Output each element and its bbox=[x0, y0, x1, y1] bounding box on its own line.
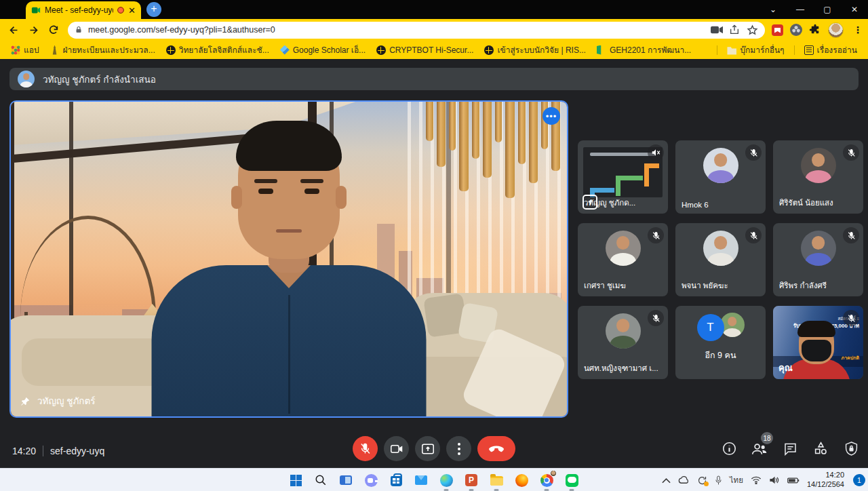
bookmark-item[interactable]: เข้าสู่ระบบนักวิจัย | RIS... bbox=[480, 42, 590, 58]
kebab-menu-icon[interactable]: ⋮ bbox=[853, 24, 863, 35]
chat-button[interactable] bbox=[781, 436, 799, 461]
sync-update-icon[interactable] bbox=[697, 475, 707, 486]
reload-button[interactable] bbox=[44, 21, 64, 39]
divider bbox=[43, 446, 43, 456]
reading-list-label: เรื่องรออ่าน bbox=[817, 43, 857, 56]
clock-time: 14:20 bbox=[807, 471, 844, 480]
share-icon[interactable] bbox=[728, 24, 741, 36]
back-button[interactable] bbox=[4, 21, 24, 39]
meeting-side-buttons: 18 bbox=[720, 436, 860, 461]
main-video-tile[interactable]: ••• วทัญญู ชูภักตร์ bbox=[9, 100, 568, 418]
folder-icon bbox=[727, 45, 736, 55]
bookmark-label: GEH2201 การพัฒนา... bbox=[610, 43, 691, 56]
volume-icon[interactable] bbox=[769, 475, 780, 485]
participant-tile[interactable]: ศิริพร กำลังศรี bbox=[773, 223, 863, 296]
taskbar-clock[interactable]: 14:20 14/12/2564 bbox=[807, 471, 844, 490]
more-options-button[interactable] bbox=[446, 436, 471, 461]
other-bookmarks-label: บุ๊กมาร์กอื่นๆ bbox=[740, 43, 784, 56]
camera-button[interactable] bbox=[384, 436, 409, 461]
browser-toolbar: meet.google.com/sef-edyy-uyq?pli=1&authu… bbox=[0, 19, 868, 41]
store-button[interactable] bbox=[388, 472, 404, 488]
line-button[interactable] bbox=[564, 472, 580, 488]
url-text: meet.google.com/sef-edyy-uyq?pli=1&authu… bbox=[88, 25, 705, 35]
profile-avatar[interactable] bbox=[828, 22, 844, 38]
firefox-button[interactable] bbox=[513, 472, 530, 488]
edge-button[interactable] bbox=[438, 472, 454, 488]
participant-tile[interactable]: นศท.หญิงจุฑามาศ เ... bbox=[578, 306, 668, 379]
overflow-count-label: อีก 9 คน bbox=[675, 349, 766, 362]
powerpoint-button[interactable]: P bbox=[463, 472, 479, 488]
chrome-button[interactable] bbox=[538, 472, 555, 488]
microphone-icon[interactable] bbox=[715, 475, 722, 486]
minimize-button[interactable]: — bbox=[787, 0, 814, 19]
onedrive-cloud-icon[interactable] bbox=[678, 476, 690, 484]
mic-off-button[interactable] bbox=[353, 436, 378, 461]
forward-button[interactable] bbox=[24, 21, 43, 39]
mic-off-icon bbox=[745, 144, 762, 161]
bookmark-item[interactable]: วิทยาลัยโลจิสติกส์และชั... bbox=[162, 42, 273, 58]
mail-button[interactable] bbox=[413, 472, 429, 488]
host-controls-button[interactable] bbox=[842, 436, 860, 461]
present-button[interactable] bbox=[415, 436, 440, 461]
participant-tile-overflow[interactable]: T อีก 9 คน bbox=[675, 306, 766, 379]
camera-permission-icon[interactable] bbox=[711, 24, 723, 36]
maximize-button[interactable]: ▢ bbox=[814, 0, 841, 19]
tab-search-chevron-icon[interactable]: ⌄ bbox=[760, 0, 787, 19]
call-controls bbox=[353, 436, 515, 461]
activities-button[interactable] bbox=[812, 436, 829, 461]
teams-chat-button[interactable] bbox=[363, 472, 379, 488]
bookmark-item[interactable]: ฝ่ายทะเบียนและประมวล... bbox=[46, 42, 159, 58]
search-button[interactable] bbox=[313, 472, 329, 488]
mic-off-icon bbox=[648, 227, 664, 243]
tile-options-button[interactable]: ••• bbox=[542, 107, 560, 125]
self-label: คุณ bbox=[778, 361, 793, 375]
participant-tile[interactable]: พจนา พยัคฆะ bbox=[675, 223, 766, 296]
bookmark-label: CRYPTBOT Hi-Secur... bbox=[389, 45, 473, 55]
bookmark-apps[interactable]: แอป bbox=[7, 42, 43, 58]
participant-tile[interactable]: ศิริรัตน์ น้อยแสง bbox=[773, 140, 863, 214]
close-button[interactable]: ✕ bbox=[841, 0, 868, 19]
presenting-text: วทัญญู ชูภักตร์ กำลังนำเสนอ bbox=[43, 72, 156, 87]
bookmark-item[interactable]: CRYPTBOT Hi-Secur... bbox=[372, 44, 477, 56]
poster-text: ภาคปกติ bbox=[842, 354, 859, 361]
new-tab-button[interactable]: + bbox=[146, 2, 161, 17]
mic-off-icon bbox=[745, 227, 762, 243]
extension-red-icon[interactable] bbox=[772, 24, 783, 36]
participant-tile[interactable]: Hmok 6 bbox=[675, 140, 766, 214]
battery-icon[interactable] bbox=[787, 477, 800, 484]
language-indicator[interactable]: ไทย bbox=[730, 474, 743, 486]
notification-badge[interactable]: 1 bbox=[853, 474, 865, 486]
film-reel-extension-icon[interactable] bbox=[790, 24, 802, 36]
bookmark-item[interactable]: Google Scholar เอ็... bbox=[276, 42, 370, 58]
tab-close-icon[interactable]: ✕ bbox=[128, 5, 136, 16]
bookmarks-bar: แอป ฝ่ายทะเบียนและประมวล... วิทยาลัยโลจิ… bbox=[0, 41, 868, 59]
reading-list-button[interactable]: เรื่องรออ่าน bbox=[800, 42, 861, 58]
divider bbox=[717, 45, 717, 55]
presenting-banner: วทัญญู ชูภักตร์ กำลังนำเสนอ bbox=[9, 68, 859, 90]
bookmark-star-icon[interactable] bbox=[746, 24, 758, 36]
start-button[interactable] bbox=[288, 472, 304, 488]
participant-tile-self[interactable]: สมัครวันนี้ ≡ รับทุนการศึกษา 75,000 บาท … bbox=[773, 306, 863, 379]
avatar bbox=[703, 231, 738, 266]
participant-tile[interactable]: เกศรา ชูเมฆ bbox=[578, 223, 668, 296]
virtual-background bbox=[11, 102, 567, 416]
wifi-icon[interactable] bbox=[751, 476, 762, 484]
task-view-button[interactable] bbox=[338, 472, 354, 488]
browser-tab[interactable]: Meet - sef-edyy-uyq ✕ bbox=[26, 1, 141, 19]
puzzle-extensions-icon[interactable] bbox=[809, 24, 821, 36]
mic-off-icon bbox=[843, 144, 859, 161]
url-bar[interactable]: meet.google.com/sef-edyy-uyq?pli=1&authu… bbox=[68, 22, 765, 39]
people-button[interactable]: 18 bbox=[751, 436, 768, 461]
other-bookmarks-button[interactable]: บุ๊กมาร์กอื่นๆ bbox=[723, 42, 788, 58]
info-button[interactable] bbox=[720, 436, 738, 461]
bookmark-label: ฝ่ายทะเบียนและประมวล... bbox=[63, 43, 155, 56]
avatar-initial: T bbox=[697, 314, 724, 341]
tray-chevron-up-icon[interactable] bbox=[662, 477, 671, 484]
end-call-button[interactable] bbox=[477, 436, 515, 461]
file-explorer-button[interactable] bbox=[488, 472, 505, 488]
participant-tile-presentation[interactable]: วทัญญู ชูภักด... bbox=[578, 140, 668, 214]
bookmark-item[interactable]: GEH2201 การพัฒนา... bbox=[593, 42, 695, 58]
audio-off-icon bbox=[648, 144, 664, 161]
people-count-badge: 18 bbox=[761, 432, 773, 444]
apps-grid-icon bbox=[11, 45, 20, 55]
